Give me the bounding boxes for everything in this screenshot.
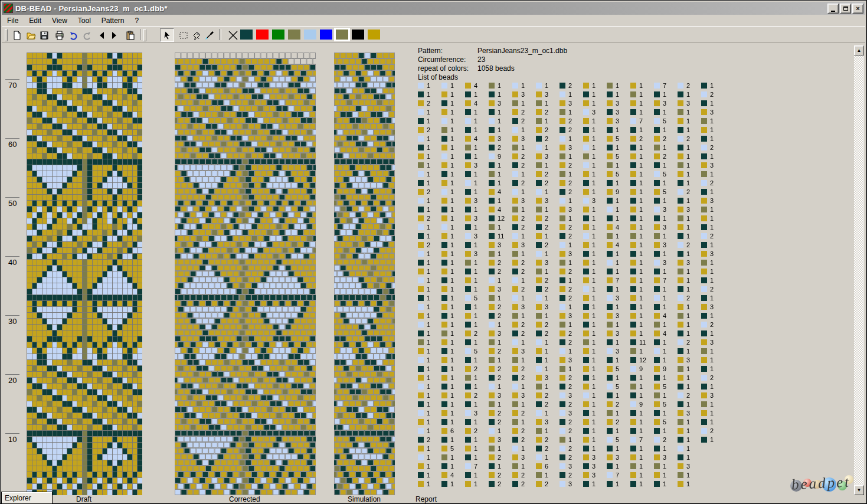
new-button[interactable] [10,28,24,42]
pattern-field-value: PersianJeans23_m_oc1.dbb [477,47,567,55]
draft-grid[interactable] [27,53,142,495]
beadpet-logo: beadpet [790,470,856,498]
paint-bucket-icon [192,31,201,40]
ruler-label-50: 50 [8,199,17,208]
window-title: DB-BEAD - PersianJeans23_m_oc1.dbb* [15,4,168,13]
scroll-up-button[interactable]: ▲ [854,45,864,55]
corrected-grid[interactable] [175,53,316,495]
open-folder-icon [27,31,36,40]
ruler-tick [5,374,19,375]
palette-color-olive-2[interactable] [336,30,348,40]
forward-button[interactable] [107,28,121,42]
minimize-button[interactable] [827,4,839,14]
eyedropper-icon [205,31,214,40]
repeat-field-value: 1058 beads [477,64,515,73]
marquee-tool-button[interactable] [176,28,191,42]
undo-arrow-icon [69,31,78,40]
paste-button[interactable] [123,28,138,42]
maximize-button[interactable] [840,4,851,14]
ruler-label-30: 30 [8,317,17,326]
palette-color-gold[interactable] [368,30,380,40]
pattern-field-label: Pattern: [418,47,443,55]
select-tool-button[interactable] [160,28,174,42]
report-label: Report [415,495,437,503]
color-picker-button[interactable] [202,28,217,42]
open-button[interactable] [24,28,38,42]
palette-color-green[interactable] [272,30,284,40]
app-window: DB-BEAD - PersianJeans23_m_oc1.dbb* × Fi… [0,0,867,504]
menu-item-help[interactable]: ? [130,15,145,26]
bead-list-title: List of beads [418,73,458,81]
simulation-grid[interactable] [334,53,395,495]
toolbar-grip-2[interactable] [143,29,146,41]
simulation-label: Simulation [348,495,381,503]
repeat-field-label: repeat of colors: [418,64,469,73]
ruler-tick [5,197,19,198]
menu-bar: FileEditViewToolPattern? [2,15,865,26]
print-button[interactable] [53,28,67,42]
explorer-tab-label: Explorer [5,494,31,502]
back-triangle-icon [97,31,107,40]
menu-item-view[interactable]: View [47,15,73,26]
ruler-label-20: 20 [8,376,17,385]
ruler-tick [5,433,19,434]
palette-color-dark-teal[interactable] [240,30,253,40]
palette-color-blue[interactable] [320,30,332,40]
ruler-tick [5,256,19,257]
selection-rect-icon [179,31,188,40]
menu-item-tool[interactable]: Tool [73,15,96,26]
menu-item-edit[interactable]: Edit [24,15,47,26]
forward-triangle-icon [109,31,119,40]
new-file-icon [12,31,22,40]
save-button[interactable] [37,28,51,42]
cursor-arrow-icon [162,31,172,40]
menu-item-file[interactable]: File [2,15,24,26]
bead-list [417,82,803,490]
paste-clipboard-icon [126,31,135,40]
ruler-tick [5,138,19,139]
circumference-field-label: Circumference: [418,55,466,64]
corrected-label: Corrected [229,495,260,503]
beadpet-logo-text: beadpet [791,473,850,493]
no-color-button[interactable] [226,28,240,42]
palette-color-light-blue[interactable] [304,30,316,40]
close-button[interactable]: × [852,4,863,14]
circumference-field-value: 23 [477,55,485,64]
menu-item-pattern[interactable]: Pattern [96,15,130,26]
redo-arrow-icon [82,31,91,40]
redo-button[interactable] [80,28,94,42]
fill-tool-button[interactable] [189,28,204,42]
palette-color-olive[interactable] [288,30,300,40]
explorer-tab[interactable]: Explorer [1,492,53,504]
ruler-label-70: 70 [8,81,17,90]
app-icon [4,4,13,13]
no-color-x-icon [228,30,238,41]
ruler-tick [5,315,19,316]
vertical-scrollbar[interactable]: ▲ ▼ [854,45,864,495]
ruler-label-10: 10 [8,435,17,444]
ruler-tick [5,79,19,80]
save-floppy-icon [40,31,49,40]
palette-color-red[interactable] [256,30,269,40]
palette-color-black[interactable] [352,30,364,40]
undo-button[interactable] [67,28,81,42]
printer-icon [55,31,64,40]
ruler-label-60: 60 [8,140,17,149]
draft-label: Draft [76,495,91,503]
title-bar[interactable]: DB-BEAD - PersianJeans23_m_oc1.dbb* × [2,2,865,15]
toolbar-grip[interactable] [5,29,8,41]
toolbar [2,26,865,43]
ruler-label-40: 40 [8,258,17,267]
